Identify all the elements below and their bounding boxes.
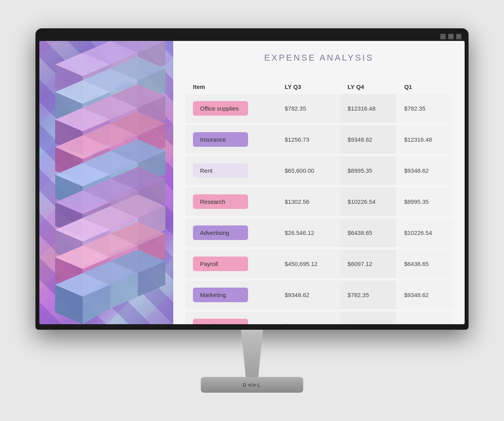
lyq4-cell: $10226.54 <box>340 187 397 216</box>
item-cell: Office supplies <box>185 94 277 123</box>
col-header-lyq4: LY Q4 <box>340 76 397 92</box>
screen: EXPENSE ANALYSIS Item LY Q3 LY Q4 Q1 Off… <box>39 41 465 324</box>
decorative-blocks <box>39 41 173 324</box>
table-row: Insurance$1256.73$9348.62$12316.48 <box>185 125 453 154</box>
item-cell: Rent <box>185 156 277 185</box>
q1-cell: $9348.62 <box>396 281 453 309</box>
lyq3-cell: $65,600.00 <box>277 156 340 185</box>
item-label: Development <box>193 319 248 324</box>
monitor-frame: — ❐ ✕ <box>35 28 469 330</box>
expense-table: Item LY Q3 LY Q4 Q1 Office supplies$782.… <box>185 74 453 324</box>
lyq3-cell: $782.35 <box>277 94 340 123</box>
lyq3-cell: $1302.56 <box>277 187 340 216</box>
left-panel <box>39 41 173 324</box>
lyq4-cell: $8995.35 <box>340 156 397 185</box>
table-row: Advertising$26.546.12$6438.65$10226.54 <box>185 218 453 247</box>
dell-logo: D⊲⊳L <box>243 382 261 388</box>
lyq3-cell: $1256.73 <box>277 125 340 154</box>
lyq4-cell: $782.35 <box>340 281 397 309</box>
item-label: Research <box>193 194 248 209</box>
q1-cell: $6438.65 <box>396 249 453 278</box>
minimize-button[interactable]: — <box>440 34 446 39</box>
lyq3-cell: $9348.62 <box>277 281 340 309</box>
table-row: Office supplies$782.35$12316.48$782.35 <box>185 94 453 123</box>
q1-cell: $782.35 <box>396 94 453 123</box>
item-label: Insurance <box>193 132 248 147</box>
table-row: Marketing$9348.62$782.35$9348.62 <box>185 281 453 309</box>
lyq4-cell: $1256.73 <box>340 312 397 324</box>
col-header-item: Item <box>185 76 277 92</box>
col-header-lyq3: LY Q3 <box>277 76 340 92</box>
item-cell: Research <box>185 187 277 216</box>
lyq3-cell: $8995.35 <box>277 312 340 324</box>
lyq4-cell: $6438.65 <box>340 218 397 247</box>
table-row: Development$8995.35$1256.73$8995.35 <box>185 312 453 324</box>
lyq4-cell: $9348.62 <box>340 125 397 154</box>
monitor-stand-base: D⊲⊳L <box>201 377 303 393</box>
q1-cell: $9348.62 <box>396 156 453 185</box>
lyq4-cell: $6097.12 <box>340 249 397 278</box>
table-row: Rent$65,600.00$8995.35$9348.62 <box>185 156 453 185</box>
table-header-row: Item LY Q3 LY Q4 Q1 <box>185 76 453 92</box>
monitor-stand-neck <box>236 330 268 377</box>
lyq3-cell: $26.546.12 <box>277 218 340 247</box>
item-cell: Marketing <box>185 281 277 309</box>
item-cell: Advertising <box>185 218 277 247</box>
q1-cell: $8995.35 <box>396 312 453 324</box>
monitor-bezel-top: — ❐ ✕ <box>39 32 465 41</box>
item-cell: Payroll <box>185 249 277 278</box>
table-row: Payroll$450,695.12$6097.12$6438.65 <box>185 249 453 278</box>
item-cell: Development <box>185 312 277 324</box>
q1-cell: $12316.48 <box>396 125 453 154</box>
lyq4-cell: $12316.48 <box>340 94 397 123</box>
item-label: Advertising <box>193 225 248 240</box>
table-row: Research$1302.56$10226.54$8995.35 <box>185 187 453 216</box>
item-label: Marketing <box>193 288 248 302</box>
lyq3-cell: $450,695.12 <box>277 249 340 278</box>
monitor-wrapper: — ❐ ✕ <box>35 28 469 393</box>
item-cell: Insurance <box>185 125 277 154</box>
item-label: Office supplies <box>193 101 248 116</box>
col-header-q1: Q1 <box>396 76 453 92</box>
page-title: EXPENSE ANALYSIS <box>185 53 453 63</box>
q1-cell: $10226.54 <box>396 218 453 247</box>
close-button[interactable]: ✕ <box>456 34 461 39</box>
item-label: Rent <box>193 163 248 178</box>
q1-cell: $8995.35 <box>396 187 453 216</box>
item-label: Payroll <box>193 257 248 271</box>
restore-button[interactable]: ❐ <box>448 34 454 39</box>
right-panel: EXPENSE ANALYSIS Item LY Q3 LY Q4 Q1 Off… <box>173 41 465 324</box>
